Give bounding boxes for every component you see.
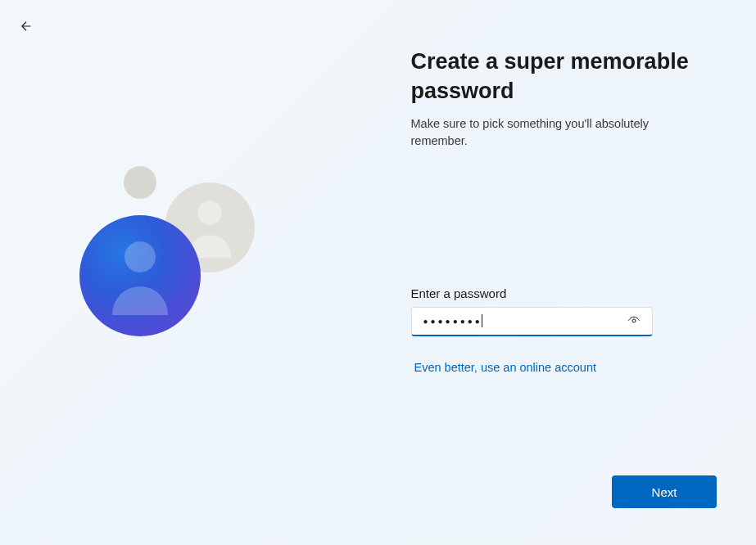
decorative-avatar-blue — [79, 215, 201, 336]
svg-point-0 — [632, 319, 636, 322]
online-account-link[interactable]: Even better, use an online account — [414, 361, 597, 374]
password-input-wrapper[interactable]: ●●●●●●●● — [411, 307, 653, 336]
user-illustration — [75, 158, 304, 387]
text-cursor — [482, 314, 482, 327]
decorative-circle-small — [124, 166, 156, 199]
illustration-panel — [0, 0, 378, 545]
form-panel: Create a super memorable password Make s… — [378, 0, 757, 545]
eye-icon — [627, 314, 641, 327]
page-title: Create a super memorable password — [411, 47, 708, 106]
password-label: Enter a password — [411, 286, 708, 300]
next-button[interactable]: Next — [612, 475, 717, 508]
page-subtitle: Make sure to pick something you'll absol… — [411, 115, 708, 149]
password-input[interactable]: ●●●●●●●● — [423, 314, 482, 327]
reveal-password-button[interactable] — [622, 309, 645, 332]
